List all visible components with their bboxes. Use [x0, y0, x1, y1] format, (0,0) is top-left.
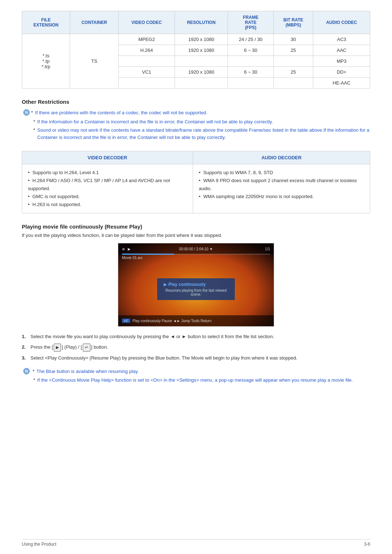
movie-bottom-bar: UC Play continuously Pause ◄► Jump Tools… — [118, 315, 274, 326]
video-decoder-item-4: H.263 is not supported. — [28, 201, 187, 209]
step-1-text: Select the movie file you want to play c… — [30, 333, 274, 341]
codec-table: FILEEXTENSION CONTAINER VIDEO CODEC RESO… — [22, 11, 370, 89]
fps-2: 6 ~ 30 — [228, 45, 274, 56]
table-row: *.ts*.tp*.trp TS MPEG2 1920 x 1080 24 / … — [22, 34, 370, 45]
col-header-audio-codec: AUDIO CODEC — [313, 11, 370, 34]
movie-screenshot: ⊕ ▶ 00:00:00 / 2:04:10 ▼ 1/1 Movie 01.av… — [118, 243, 274, 327]
bullet-1: • — [33, 118, 35, 124]
bitrate-1: 30 — [273, 34, 313, 45]
video-decoder-item-2: H.264 FMO / ASO / RS, VC1 SP / MP / AP L… — [28, 177, 187, 193]
audio-decoder-item-1: Supports up to WMA 7, 8, 9, STD — [199, 169, 364, 177]
decoder-table: VIDEO DECODER AUDIO DECODER Supports up … — [22, 151, 370, 213]
col-header-resolution: RESOLUTION — [175, 11, 228, 34]
video-codec-mpeg2: MPEG2 — [119, 34, 175, 45]
audio-codec-1: AC3 — [313, 34, 370, 45]
bottom-notes: N • The Blue button is available when re… — [22, 368, 370, 384]
fps-3: 6 ~ 30 — [228, 67, 274, 78]
resolution-2: 1920 x 1080 — [175, 45, 228, 56]
resolution-3: 1920 x 1080 — [175, 67, 228, 78]
other-restrictions-section: Other Restrictions N • If there are prob… — [22, 99, 370, 141]
footer-left: Using the Product — [22, 542, 56, 547]
bottom-bullet: • — [33, 377, 35, 382]
video-codec-empty2 — [119, 78, 175, 89]
popup-title: Play continuously — [164, 282, 228, 287]
bitrate-2: 25 — [273, 45, 313, 56]
col-header-bit-rate: BIT RATE(MBPS) — [273, 11, 313, 34]
movie-time: 00:00:00 / 2:04:10 ▼ — [179, 247, 213, 251]
bitrate-empty2 — [273, 78, 313, 89]
note-icon-1: N — [23, 109, 30, 116]
audio-decoder-item-2: WMA 9 PRO does not support 2 channel exc… — [199, 177, 364, 193]
audio-decoder-item-3: WMA sampling rate 22050Hz mono is not su… — [199, 193, 364, 201]
popup-text: Resumes playing from the last viewed sce… — [164, 288, 228, 296]
resume-play-description: If you exit the playing videos function,… — [22, 233, 370, 238]
footer-right: 3-6 — [364, 542, 370, 547]
step-1-num: 1. — [22, 333, 28, 341]
step-1: 1. Select the movie file you want to pla… — [22, 333, 370, 341]
video-decoder-header: VIDEO DECODER — [22, 151, 193, 164]
decoder-row: Supports up to H.264, Level 4.1 H.264 FM… — [22, 164, 370, 213]
svg-text:N: N — [25, 369, 28, 373]
movie-top-bar: ⊕ ▶ 00:00:00 / 2:04:10 ▼ 1/1 — [118, 243, 274, 254]
audio-codec-4: DD+ — [313, 67, 370, 78]
uc-badge: UC — [122, 319, 130, 323]
bitrate-empty1 — [273, 56, 313, 67]
resolution-1: 1920 x 1080 — [175, 34, 228, 45]
bottom-note-row-1: N • The Blue button is available when re… — [22, 368, 370, 375]
movie-icon: ⊕ — [122, 247, 125, 251]
step-2-num: 2. — [22, 344, 28, 351]
play-button-icon: ▶ — [54, 344, 61, 352]
col-header-video-codec: VIDEO CODEC — [119, 11, 175, 34]
note-text-1: If there are problems with the contents … — [35, 109, 208, 116]
video-decoder-cell: Supports up to H.264, Level 4.1 H.264 FM… — [22, 164, 193, 213]
numbered-steps: 1. Select the movie file you want to pla… — [22, 333, 370, 362]
video-codec-vc1: VC1 — [119, 67, 175, 78]
bitrate-3: 25 — [273, 67, 313, 78]
step-2-text: Press the [▶] (Play) / [↵] button. — [30, 344, 108, 352]
audio-decoder-cell: Supports up to WMA 7, 8, 9, STD WMA 9 PR… — [193, 164, 370, 213]
progress-bar-fill — [122, 254, 174, 255]
movie-play-icon: ▶ — [128, 247, 131, 251]
progress-bar-bg — [122, 254, 270, 255]
footer: Using the Product 3-6 — [22, 539, 370, 547]
video-codec-h264: H.264 — [119, 45, 175, 56]
container-ts: TS — [70, 34, 119, 89]
col-header-container: CONTAINER — [70, 11, 119, 34]
audio-codec-5: HE-AAC — [313, 78, 370, 89]
other-restrictions-heading: Other Restrictions — [22, 99, 370, 105]
audio-codec-2: AAC — [313, 45, 370, 56]
step-3-text: Select <Play Continuously> (Resume Play)… — [30, 354, 297, 362]
note-icon-2: N — [23, 368, 31, 374]
resume-play-heading: Playing movie file continuously (Resume … — [22, 223, 370, 230]
video-decoder-item-1: Supports up to H.264, Level 4.1 — [28, 169, 187, 177]
audio-decoder-header: AUDIO DECODER — [193, 151, 370, 164]
fps-empty2 — [228, 78, 274, 89]
resume-play-section: Playing movie file continuously (Resume … — [22, 223, 370, 383]
file-extensions: *.ts*.tp*.trp — [22, 34, 70, 89]
note-row-1: N • If there are problems with the conte… — [22, 109, 370, 116]
sub-note-row-1: • If the information for a Container is … — [22, 118, 370, 126]
bottom-note-text-1: The Blue button is available when resumi… — [37, 368, 139, 375]
sub-note-row-2: • Sound or video may not work if the con… — [22, 127, 370, 141]
bottom-sub-note-row: • If the <Continuous Movie Play Help> fu… — [22, 377, 370, 384]
audio-codec-3: MP3 — [313, 56, 370, 67]
step-3: 3. Select <Play Continuously> (Resume Pl… — [22, 354, 370, 362]
video-codec-empty1 — [119, 56, 175, 67]
enter-button-icon: ↵ — [83, 344, 90, 352]
resolution-empty1 — [175, 56, 228, 67]
video-decoder-item-3: GMC is not supported. — [28, 193, 187, 201]
movie-popup: Play continuously Resumes playing from t… — [157, 278, 235, 300]
movie-page: 1/1 — [265, 247, 270, 251]
col-header-file-ext: FILEEXTENSION — [22, 11, 70, 34]
step-2: 2. Press the [▶] (Play) / [↵] button. — [22, 344, 370, 352]
sub-note-text-2: Sound or video may not work if the conte… — [37, 127, 370, 141]
sub-note-text-1: If the information for a Container is in… — [37, 118, 273, 126]
bottom-controls: Play continuously Pause ◄► Jump Tools Re… — [132, 319, 212, 323]
col-header-frame-rate: FRAMERATE(FPS) — [228, 11, 274, 34]
bullet-2: • — [33, 127, 35, 132]
fps-empty1 — [228, 56, 274, 67]
resolution-empty2 — [175, 78, 228, 89]
fps-1: 24 / 25 / 30 — [228, 34, 274, 45]
bottom-sub-note-text: If the <Continuous Movie Play Help> func… — [37, 377, 353, 384]
movie-filename: Movie 01.avi — [122, 256, 142, 260]
